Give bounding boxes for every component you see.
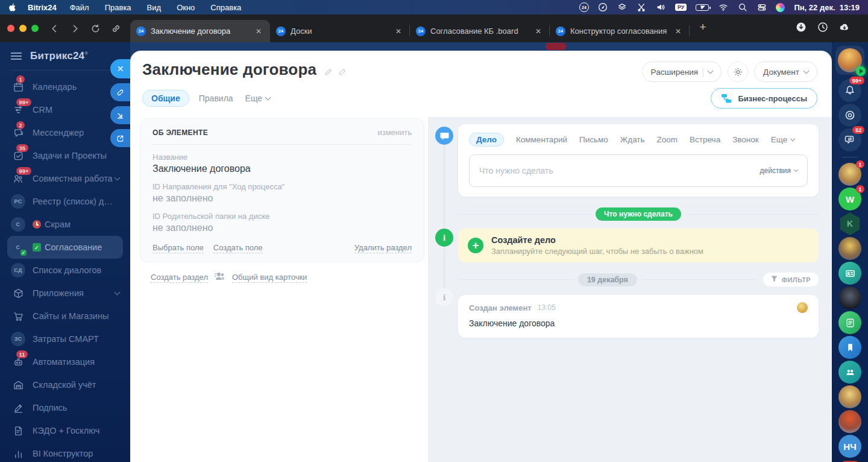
extensions-button[interactable]: Расширения (642, 62, 722, 82)
choose-field-link[interactable]: Выбрать поле (153, 243, 204, 253)
browser-tab-1[interactable]: 24Доски✕ (270, 20, 410, 42)
chat-person-2[interactable] (838, 410, 861, 433)
window-zoom-button[interactable] (31, 25, 39, 32)
chat-person[interactable] (838, 286, 861, 309)
sidebar-item-dialogs[interactable]: СДСписок диалогов (7, 259, 123, 282)
spotlight-search-icon[interactable] (737, 2, 747, 13)
compose-tab-звонок[interactable]: Звонок (732, 135, 759, 144)
compose-tab-дело[interactable]: Дело (469, 133, 504, 147)
chat-k[interactable]: K (838, 212, 861, 235)
wifi-icon[interactable] (718, 2, 728, 13)
sidebar-item-warehouse[interactable]: Складской учёт (7, 373, 123, 396)
timeline-entry-card[interactable]: Создан элемент 13:05 Заключение договора (458, 295, 819, 338)
todo-input[interactable] (479, 166, 760, 176)
copilot[interactable] (838, 104, 861, 127)
sidebar-item-apps[interactable]: Приложения (7, 282, 123, 305)
messenger[interactable]: 52 (838, 128, 861, 151)
compose-tab-встреча[interactable]: Встреча (690, 135, 720, 144)
filter-button[interactable]: ФИЛЬТР (763, 273, 819, 286)
tab-close-icon[interactable]: ✕ (533, 26, 544, 37)
edit-title-icon[interactable] (324, 68, 333, 79)
compose-tab-комментарий[interactable]: Комментарий (516, 135, 567, 144)
cut-icon[interactable] (637, 2, 647, 13)
author-avatar[interactable] (797, 302, 808, 313)
control-center-icon[interactable] (756, 2, 767, 13)
compose-tab-zoom[interactable]: Zoom (657, 135, 678, 144)
forward-button[interactable] (69, 22, 81, 34)
field-parent-folder-id[interactable]: ID Родительской папки на диске не заполн… (153, 212, 412, 233)
menubar-item-0[interactable]: Файл (70, 3, 89, 12)
input-language-indicator[interactable]: РУ (675, 4, 687, 11)
compose-tab-ждать[interactable]: Ждать (620, 135, 645, 144)
compose-tab-еще[interactable]: Еще (771, 135, 794, 144)
news-channel[interactable] (838, 311, 861, 334)
edit-section-link[interactable]: изменить (377, 128, 412, 137)
apple-icon[interactable] (8, 3, 17, 11)
sidebar-item-kedo[interactable]: КЭДО + Госключ (7, 419, 123, 442)
link-title-icon[interactable] (338, 68, 347, 79)
tab-close-icon[interactable]: ✕ (253, 26, 264, 37)
slider-close-button[interactable]: ✕ (110, 59, 130, 78)
chat-nch[interactable]: НЧ (838, 435, 861, 458)
sidebar-item-sign[interactable]: Подпись (7, 396, 123, 419)
download-icon[interactable] (796, 22, 807, 35)
history-icon[interactable] (817, 22, 828, 35)
todo-input-box[interactable]: действия (469, 154, 808, 187)
settings-gear-button[interactable] (728, 62, 748, 82)
business-processes-button[interactable]: Бизнес-процессы (711, 88, 817, 109)
menubar-app-name[interactable]: Bitrix24 (28, 3, 57, 12)
sidebar-item-tasks[interactable]: 35Задачи и Проекты (7, 144, 123, 167)
tab-more[interactable]: Еще (245, 93, 271, 103)
menubar-item-4[interactable]: Справка (210, 3, 241, 12)
compose-tab-письмо[interactable]: Письмо (579, 135, 608, 144)
field-direction-id[interactable]: ID Направления для "Ход процесса" не зап… (153, 182, 412, 204)
browser-tab-3[interactable]: 24Конструктор согласования✕ (550, 20, 690, 42)
saved-messages[interactable] (838, 336, 861, 359)
sidebar-item-collab[interactable]: 99+Совместная работа (7, 167, 123, 190)
siri-icon[interactable] (776, 3, 785, 12)
sidebar-item-messenger[interactable]: 2Мессенджер (7, 121, 123, 144)
user-avatar[interactable] (835, 46, 864, 75)
create-field-link[interactable]: Создать поле (213, 243, 263, 253)
tab-close-icon[interactable]: ✕ (393, 26, 404, 37)
sidebar-item-automation[interactable]: 11Автоматизация (7, 350, 123, 373)
card-view-link[interactable]: Общий вид карточки (232, 273, 307, 283)
downloads-cloud-icon[interactable] (839, 22, 850, 35)
create-section-link[interactable]: Создать раздел (151, 273, 208, 283)
tab-general[interactable]: Общие (142, 90, 189, 107)
tab-rules[interactable]: Правила (199, 93, 233, 103)
location-icon[interactable] (598, 2, 608, 13)
volume-icon[interactable] (656, 2, 666, 13)
new-tab-button[interactable]: + (694, 19, 711, 36)
field-name[interactable]: Название Заключение договора (153, 153, 412, 174)
battery-icon[interactable] (696, 4, 709, 11)
reload-button[interactable] (89, 22, 101, 34)
menubar-item-2[interactable]: Вид (147, 3, 162, 12)
sidebar-item-calendar[interactable]: 1Календарь (7, 75, 123, 98)
chat-group-3[interactable] (838, 385, 861, 408)
sidebar-item-sites[interactable]: Сайты и Магазины (7, 305, 123, 328)
sidebar-item-costs[interactable]: ЗСЗатраты СМАРТ (7, 328, 123, 350)
slider-open-new-window-button[interactable] (110, 129, 130, 147)
chat-group[interactable]: 1 (838, 163, 861, 186)
slider-minimize-button[interactable] (110, 106, 130, 124)
browser-tab-2[interactable]: 24Согласование КБ .board✕ (410, 20, 550, 42)
menubar-item-3[interactable]: Окно (177, 3, 195, 12)
document-button[interactable]: Документ (754, 62, 817, 82)
browser-tab-0[interactable]: 24Заключение договора✕ (130, 20, 270, 42)
window-minimize-button[interactable] (19, 25, 27, 32)
contacts-channel[interactable] (838, 262, 861, 285)
sidebar-item-crm[interactable]: 99+CRM (7, 98, 123, 121)
sidebar-item-bi[interactable]: BI Конструктор (7, 442, 123, 462)
window-close-button[interactable] (7, 25, 14, 32)
slider-copy-link-button[interactable] (110, 83, 130, 101)
team-chat[interactable] (838, 361, 861, 384)
copy-link-icon[interactable] (110, 22, 122, 34)
stack-icon[interactable] (617, 2, 627, 13)
create-todo-hint[interactable]: + Создайте дело Запланируйте следующий ш… (458, 229, 819, 262)
bitrix24-tray-icon[interactable]: 24 (579, 2, 589, 12)
chat-group-2[interactable] (838, 237, 861, 260)
menubar-clock[interactable]: Пн, 22 дек. 13:19 (794, 3, 860, 12)
sidebar-item-registry[interactable]: РСРеестр (список) док... (7, 190, 123, 213)
delete-section-link[interactable]: Удалить раздел (354, 243, 412, 253)
